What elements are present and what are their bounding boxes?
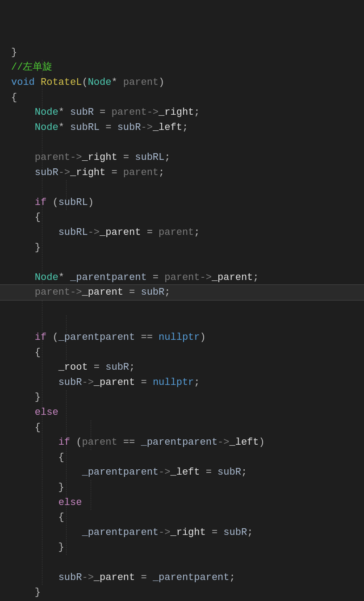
token-var: subR [70,107,94,118]
token-mem: _parent [94,572,135,583]
code-line: } [0,540,364,555]
token-punct: } [11,482,64,493]
token-punct: = [105,167,123,178]
token-var: subR [59,377,82,388]
token-punct: = [100,122,117,133]
token-punct [11,362,59,373]
token-var: subR [223,527,247,538]
token-mem: _left [230,437,259,448]
token-punct [11,572,59,583]
token-var: _parentparent [82,527,159,538]
token-type: Node [88,77,112,88]
token-var: subR [218,467,241,478]
token-dim: parent [35,287,70,298]
code-line: void RotateL(Node* parent) [0,75,364,90]
token-punct: ) [259,437,265,448]
token-flow: if [35,332,46,343]
token-punct: } [11,47,17,58]
token-arrow: -> [82,572,93,583]
token-punct: * [59,107,70,118]
code-line: } [0,45,364,60]
token-flow: if [59,437,70,448]
token-dim: parent [111,107,146,118]
code-line [0,180,364,195]
code-line: { [0,210,364,225]
code-line: { [0,345,364,360]
token-punct [11,377,59,388]
token-mem: _right [159,107,194,118]
code-line: } [0,480,364,495]
token-punct: = [135,377,153,388]
token-punct: ; [164,287,170,298]
token-flow: else [35,407,59,418]
token-punct: * [111,77,123,88]
token-punct: = [88,362,106,373]
code-line [0,555,364,570]
code-line: { [0,510,364,525]
token-var: subR [35,167,59,178]
token-var: subR [105,362,129,373]
code-line: _parentparent->_right = subR; [0,525,364,540]
token-punct: ; [241,467,247,478]
token-dim: parent [35,152,70,163]
token-punct [11,287,35,298]
code-line: Node* _parentparent = parent->_parent; [0,270,364,285]
token-punct: == [135,332,159,343]
code-line [0,255,364,270]
token-mem: _left [170,467,200,478]
token-punct [11,122,35,133]
token-fn: RotateL [41,77,82,88]
code-line: subR->_parent = _parentparent; [0,570,364,585]
token-punct [11,407,35,418]
token-var: _parentparent [141,437,218,448]
token-var: _parentparent [70,272,147,283]
token-mem: _right [170,527,205,538]
token-var: subR [141,287,164,298]
code-line: //左单旋 [0,60,364,75]
token-var: _parentparent [59,332,135,343]
token-punct: ( [70,437,82,448]
token-mem: _root [59,362,88,373]
token-mem: _parent [82,287,123,298]
token-arrow: -> [70,287,82,298]
token-arrow: -> [88,227,100,238]
token-var: _parentparent [153,572,230,583]
token-punct: ; [194,377,200,388]
code-line [0,315,364,330]
token-punct: ; [182,122,188,133]
token-mem: _left [153,122,182,133]
token-punct: } [11,392,41,403]
token-punct: { [11,347,41,358]
token-arrow: -> [159,467,170,478]
code-line: if (_parentparent == nullptr) [0,330,364,345]
token-punct: ( [46,332,58,343]
token-null: nullptr [159,332,200,343]
token-punct: ) [200,332,206,343]
token-punct: { [11,422,41,433]
code-editor[interactable]: }//左单旋void RotateL(Node* parent){ Node* … [0,0,364,601]
token-type: Node [35,107,59,118]
token-punct: = [123,287,141,298]
token-type: Node [35,122,59,133]
token-punct: { [11,212,41,223]
code-content: }//左单旋void RotateL(Node* parent){ Node* … [0,45,364,601]
token-comment: //左单旋 [11,62,52,73]
token-null: nullptr [153,377,194,388]
code-line [0,135,364,150]
token-punct [11,527,82,538]
token-var: subRL [135,152,164,163]
token-dim: parent [123,167,159,178]
code-line [0,300,364,315]
code-line: { [0,90,364,105]
token-var: subRL [59,197,88,208]
token-punct [11,227,59,238]
token-punct: ; [129,362,135,373]
code-line: Node* subR = parent->_right; [0,105,364,120]
token-type: Node [35,272,59,283]
token-var: _parentparent [82,467,159,478]
token-flow: if [35,197,46,208]
token-punct: = [206,527,224,538]
token-punct: = [117,152,135,163]
token-punct [11,332,35,343]
token-dim: parent [123,77,159,88]
